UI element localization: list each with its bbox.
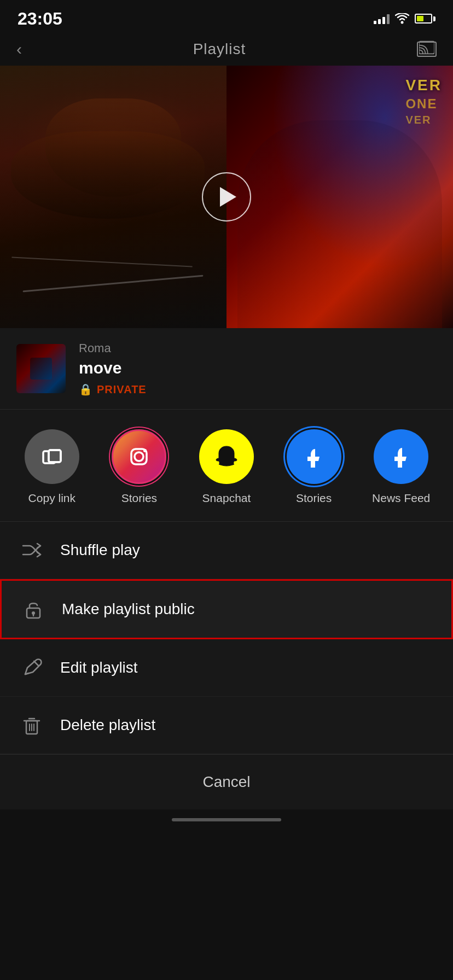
thumb-left xyxy=(0,66,226,328)
thumb-right: VER ONE VER xyxy=(226,66,453,328)
battery-icon xyxy=(415,14,435,24)
share-row: Copy link Stories Snapchat Stori xyxy=(0,410,453,521)
make-playlist-public-item[interactable]: Make playlist public xyxy=(0,579,453,639)
share-instagram-stories[interactable]: Stories xyxy=(109,429,169,505)
track-privacy: 🔒 PRIVATE xyxy=(79,383,437,396)
copy-link-label: Copy link xyxy=(28,492,76,505)
lock-open-icon xyxy=(21,597,45,621)
cast-icon[interactable] xyxy=(417,42,437,57)
track-title: move xyxy=(79,359,437,377)
track-details: Roma move 🔒 PRIVATE xyxy=(79,341,437,396)
private-badge: PRIVATE xyxy=(97,383,147,396)
share-snapchat[interactable]: Snapchat xyxy=(196,429,257,505)
signal-icon xyxy=(374,13,390,24)
track-thumbnail xyxy=(16,344,66,393)
fb-news-feed-label: News Feed xyxy=(372,492,430,505)
shuffle-play-label: Shuffle play xyxy=(60,541,140,559)
track-artist: Roma xyxy=(79,341,437,355)
share-fb-stories[interactable]: Stories xyxy=(284,429,344,505)
track-info: Roma move 🔒 PRIVATE xyxy=(0,328,453,409)
play-button[interactable] xyxy=(202,172,251,221)
status-time: 23:05 xyxy=(18,9,62,29)
shuffle-play-item[interactable]: Shuffle play xyxy=(0,522,453,579)
fb-stories-icon-circle xyxy=(287,429,341,484)
cancel-label: Cancel xyxy=(202,773,250,791)
share-copy-link[interactable]: Copy link xyxy=(22,429,82,505)
instagram-icon-circle xyxy=(112,429,166,484)
delete-playlist-label: Delete playlist xyxy=(60,716,155,734)
svg-point-7 xyxy=(143,449,147,452)
shuffle-icon xyxy=(20,538,44,562)
copy-link-icon-circle xyxy=(25,429,79,484)
snapchat-label: Snapchat xyxy=(202,492,251,505)
instagram-stories-label: Stories xyxy=(121,492,157,505)
playlist-thumbnail: VER ONE VER xyxy=(0,66,453,328)
svg-rect-3 xyxy=(49,450,61,462)
pencil-icon xyxy=(20,656,44,680)
snapchat-icon-circle xyxy=(199,429,254,484)
status-bar: 23:05 xyxy=(0,0,453,33)
trash-icon xyxy=(20,713,44,737)
share-fb-news-feed[interactable]: News Feed xyxy=(371,429,431,505)
fb-stories-label: Stories xyxy=(296,492,332,505)
delete-playlist-item[interactable]: Delete playlist xyxy=(0,697,453,754)
status-icons xyxy=(374,13,435,24)
make-public-label: Make playlist public xyxy=(62,600,195,618)
home-bar xyxy=(172,818,281,821)
edit-playlist-item[interactable]: Edit playlist xyxy=(0,639,453,697)
page-title: Playlist xyxy=(193,40,246,58)
svg-point-6 xyxy=(135,452,143,461)
wifi-icon xyxy=(395,13,409,24)
edit-playlist-label: Edit playlist xyxy=(60,659,138,676)
fb-feed-icon-circle xyxy=(374,429,428,484)
home-indicator xyxy=(0,809,453,827)
menu-section: Shuffle play Make playlist public Edit p… xyxy=(0,522,453,754)
lock-icon: 🔒 xyxy=(79,383,92,396)
svg-point-0 xyxy=(401,21,404,24)
cancel-button[interactable]: Cancel xyxy=(0,754,453,809)
back-button[interactable]: ‹ xyxy=(16,40,22,59)
nav-bar: ‹ Playlist xyxy=(0,33,453,66)
play-triangle-icon xyxy=(220,187,236,207)
